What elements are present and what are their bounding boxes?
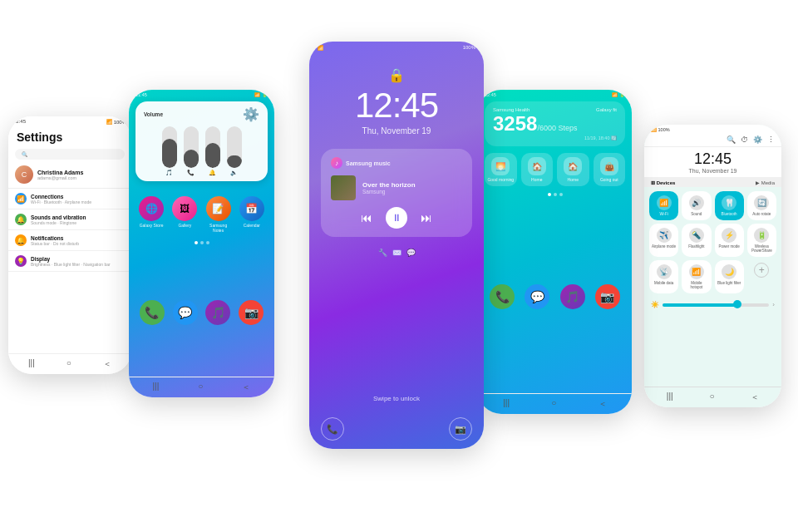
phone-health: 12:45 📶 🔋 Samsung Health Galaxy fit 3258… <box>478 90 632 414</box>
volume-popup: Volume ⚙️ 🎵 📞 🔔 <box>135 101 268 181</box>
settings-item-sounds[interactable]: 🔔 Sounds and vibration Sounds mode · Rin… <box>8 209 131 230</box>
qs-tile-bluelight[interactable]: 🌙 Blue light filter <box>715 260 744 293</box>
lock-phone-icon[interactable]: 📞 <box>321 417 344 441</box>
dock-phone[interactable]: 📞 <box>140 300 165 325</box>
music-app-icon: ♪ <box>331 157 342 169</box>
volume-settings-icon[interactable]: ⚙️ <box>243 106 259 122</box>
context-going-out[interactable]: 👜 Going out <box>594 153 626 186</box>
app-calendar[interactable]: 📅 Calendar <box>238 196 266 233</box>
context-morning[interactable]: 🌅 Good morning <box>485 153 517 186</box>
vol-media-icon: 🎵 <box>165 170 173 176</box>
health-dock-messages[interactable]: 💬 <box>525 284 549 309</box>
qs-tile-airplane[interactable]: ✈️ Airplane mode <box>649 224 678 257</box>
health-dock-phone[interactable]: 📞 <box>490 284 515 309</box>
health-time: 12:45 <box>485 92 496 97</box>
qs-tile-hotspot[interactable]: 📶 Mobile hotspot <box>682 260 711 293</box>
nav-back-2[interactable]: ||| <box>153 382 160 393</box>
qs-powershare-icon: 🔋 <box>754 228 769 243</box>
nav-bar-1: ||| ○ ＜ <box>8 353 131 374</box>
lock-bottom: 📞 📷 <box>309 417 484 449</box>
app-samsung-notes[interactable]: 📝 Samsung Notes <box>204 196 233 233</box>
lock-camera-icon[interactable]: 📷 <box>449 417 472 441</box>
qs-tile-power[interactable]: ⚡ Power mode <box>715 224 744 257</box>
sounds-icon: 🔔 <box>15 214 27 225</box>
nav-back[interactable]: ||| <box>28 358 35 370</box>
qs-brightness-track[interactable] <box>663 303 769 307</box>
qs-tab-media[interactable]: ▶ Media <box>756 180 775 185</box>
nav-back-4[interactable]: ||| <box>503 398 510 410</box>
dock-messages[interactable]: 💬 <box>173 300 198 325</box>
app-gallery[interactable]: 🖼 Gallery <box>170 196 199 233</box>
settings-item-notifications[interactable]: 🔔 Notifications Status bar · Do not dist… <box>8 230 131 251</box>
qs-clock-icon[interactable]: ⏱ <box>741 135 748 144</box>
qs-search-icon[interactable]: 🔍 <box>727 135 736 144</box>
qs-chevron-icon[interactable]: › <box>772 301 775 308</box>
context-home-1[interactable]: 🏠 Home <box>521 153 554 186</box>
phone-settings: 12:45 📶 100% Settings 🔍 C Christina Adam… <box>8 116 131 374</box>
settings-item-display[interactable]: 💡 Display Brightness · Blue light filter… <box>8 251 131 272</box>
qs-bluelight-icon: 🌙 <box>722 264 736 279</box>
qs-tab-devices[interactable]: ⊞ Devices <box>651 180 675 185</box>
health-status-icons: 📶 🔋 <box>612 92 625 97</box>
qs-tile-sound[interactable]: 🔊 Sound <box>682 191 711 220</box>
qs-media-header: ⊞ Devices ▶ Media <box>644 177 781 187</box>
health-dock-bixby[interactable]: 🎵 <box>560 284 585 309</box>
nav-recents-4[interactable]: ＜ <box>598 398 607 410</box>
lock-notif-icons: 🔧 ✉️ 💬 <box>378 249 416 257</box>
music-next[interactable]: ⏭ <box>421 211 432 224</box>
nav-recents-2[interactable]: ＜ <box>242 382 250 393</box>
qs-tile-data[interactable]: 📡 Mobile data <box>649 260 678 293</box>
connections-text: Connections Wi-Fi · Bluetooth · Airplane… <box>31 194 125 204</box>
settings-profile[interactable]: C Christina Adams adams@gmail.com <box>8 161 131 189</box>
settings-search[interactable]: 🔍 <box>15 149 125 160</box>
music-app-row: ♪ Samsung music <box>331 157 462 169</box>
notif-icon-3: 💬 <box>406 249 416 257</box>
health-steps-display: 3258/6000 Steps <box>493 114 617 134</box>
qs-more-icon[interactable]: ⋮ <box>767 135 775 144</box>
lock-battery: 100% <box>463 45 475 51</box>
lock-icon: 🔒 <box>388 67 405 83</box>
phone-quicksettings: 📶 100% 🔍 ⏱ ⚙️ ⋮ 12:45 Thu, November 19 ⊞… <box>644 125 781 407</box>
qs-hotspot-icon: 📶 <box>689 264 704 279</box>
health-dock-camera[interactable]: 📷 <box>595 284 620 309</box>
display-text: Display Brightness · Blue light filter ·… <box>31 256 125 267</box>
dock-camera[interactable]: 📷 <box>239 300 264 325</box>
status-bar-2: 11:45 📶 🔋 <box>129 90 274 98</box>
qs-tile-bluetooth[interactable]: 🦷 Bluetooth <box>715 191 744 220</box>
volume-header: Volume ⚙️ <box>144 106 259 122</box>
qs-nav-recents[interactable]: ＜ <box>751 392 759 403</box>
music-artist: Samsung <box>362 189 416 195</box>
display-icon: 💡 <box>15 255 27 267</box>
health-page-dots <box>478 193 632 196</box>
music-play[interactable]: ⏸ <box>386 207 407 229</box>
qs-date: Thu, November 19 <box>644 168 781 177</box>
qs-time: 12:45 <box>644 147 781 168</box>
qs-wifi-icon: 📶 <box>657 195 672 210</box>
notifications-icon: 🔔 <box>15 234 27 246</box>
qs-tile-powershare[interactable]: 🔋 Wireless PowerShare <box>747 224 776 257</box>
phone-home: 11:45 📶 🔋 Volume ⚙️ 🎵 📞 <box>129 90 274 397</box>
app-galaxy-store[interactable]: 🌐 Galaxy Store <box>137 196 165 233</box>
qs-tile-rotate[interactable]: 🔄 Auto rotate <box>747 191 776 220</box>
settings-item-connections[interactable]: 📶 Connections Wi-Fi · Bluetooth · Airpla… <box>8 189 131 209</box>
dock-bixby[interactable]: 🎵 <box>205 300 230 325</box>
music-prev[interactable]: ⏮ <box>361 211 372 224</box>
nav-home-4[interactable]: ○ <box>551 398 556 410</box>
vol-notif: 🔈 <box>227 126 242 176</box>
qs-settings-icon[interactable]: ⚙️ <box>753 135 762 144</box>
qs-tile-flashlight[interactable]: 🔦 Flashlight <box>682 224 711 257</box>
health-widget: Samsung Health Galaxy fit 3258/6000 Step… <box>485 101 625 146</box>
qs-nav-back[interactable]: ||| <box>667 392 673 403</box>
nav-home[interactable]: ○ <box>66 358 71 370</box>
qs-power-icon: ⚡ <box>722 228 736 243</box>
lock-screen: 📶 100% 🔒 12:45 Thu, November 19 ♪ Samsun… <box>309 42 484 449</box>
nav-recents[interactable]: ＜ <box>103 358 111 370</box>
context-home-2[interactable]: 🏠 Home <box>557 153 589 186</box>
nav-bar-2: ||| ○ ＜ <box>129 377 274 397</box>
qs-nav-home[interactable]: ○ <box>709 392 714 403</box>
swipe-text: Swipe to unlock <box>373 395 420 402</box>
qs-tile-wifi[interactable]: 📶 Wi-Fi <box>649 191 678 220</box>
nav-home-2[interactable]: ○ <box>198 382 203 393</box>
qs-add-tile[interactable]: + <box>754 263 769 278</box>
context-grid: 🌅 Good morning 🏠 Home 🏠 Home 👜 Going out <box>478 150 632 190</box>
